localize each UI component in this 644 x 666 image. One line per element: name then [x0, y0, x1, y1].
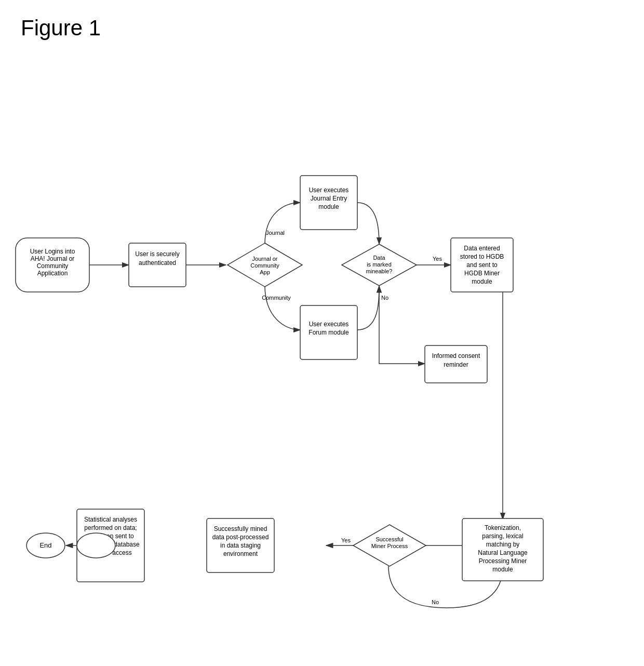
svg-text:matching by: matching by	[486, 541, 520, 548]
svg-text:data post-processed: data post-processed	[212, 534, 269, 541]
mineable-text1: Data	[373, 255, 385, 261]
svg-text:mineable?: mineable?	[366, 268, 393, 274]
svg-text:in data staging: in data staging	[220, 542, 261, 549]
svg-text:module: module	[492, 566, 513, 573]
flowchart: User Logins into AHA! Journal or Communi…	[0, 42, 644, 665]
miner-text1: Successful	[375, 536, 403, 542]
svg-text:reminder: reminder	[444, 361, 468, 368]
community-label: Community	[262, 295, 291, 301]
svg-text:Community: Community	[250, 262, 279, 269]
svg-text:Miner Process: Miner Process	[371, 543, 408, 549]
svg-text:parsing, lexical: parsing, lexical	[482, 532, 523, 540]
svg-text:stored to HGDB: stored to HGDB	[460, 253, 504, 260]
stat-text1: Statistical analyses	[84, 516, 137, 523]
svg-text:Processing Miner: Processing Miner	[479, 557, 527, 565]
no1-label: No	[381, 295, 388, 301]
figure-title: Figure 1	[0, 0, 644, 41]
svg-point-73	[77, 533, 115, 558]
token-text1: Tokenization,	[485, 524, 521, 531]
consent-text1: Informed consent	[432, 352, 480, 359]
svg-rect-41	[300, 176, 357, 230]
svg-text:Journal Entry: Journal Entry	[311, 195, 347, 202]
svg-text:performed on data;: performed on data;	[84, 524, 137, 531]
yes1-label: Yes	[433, 256, 442, 262]
forum-text1: User executes	[309, 321, 349, 328]
post-text1: Successfully mined	[214, 525, 267, 532]
svg-text:Natural Language: Natural Language	[478, 549, 528, 556]
svg-text:and sent to: and sent to	[466, 261, 498, 269]
svg-text:authenticated: authenticated	[139, 259, 176, 267]
svg-text:environment: environment	[223, 550, 258, 557]
login-text1: User Logins into	[30, 248, 75, 255]
journal-label: Journal	[266, 230, 285, 236]
data-entered-text1: Data entered	[464, 245, 500, 252]
svg-text:Forum module: Forum module	[308, 329, 349, 336]
svg-text:App: App	[260, 269, 270, 275]
svg-text:module: module	[318, 203, 339, 210]
svg-text:HGDB Miner: HGDB Miner	[464, 270, 500, 277]
end-text: End	[39, 541, 51, 549]
no2-label: No	[432, 599, 439, 605]
svg-text:module: module	[472, 278, 492, 285]
svg-text:AHA! Journal or: AHA! Journal or	[31, 255, 75, 262]
svg-text:is marked: is marked	[367, 261, 392, 268]
yes2-label: Yes	[341, 537, 351, 543]
journal-entry-text1: User executes	[309, 187, 349, 194]
svg-text:Community: Community	[37, 262, 69, 270]
diamond1-text1: Journal or	[252, 256, 278, 262]
svg-text:Application: Application	[37, 270, 68, 277]
auth-text1: User is securely	[135, 250, 179, 258]
